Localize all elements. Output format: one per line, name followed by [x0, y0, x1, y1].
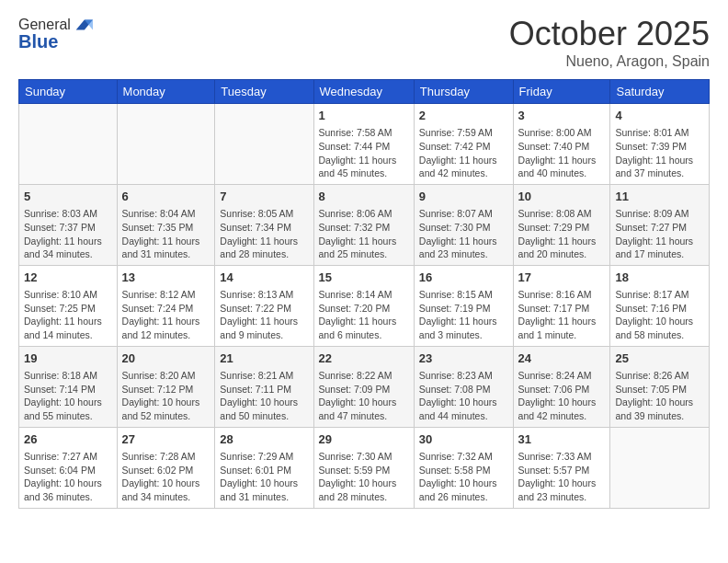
day-number: 9 [419, 189, 508, 205]
col-wednesday: Wednesday [313, 80, 414, 104]
day-info: Sunrise: 8:17 AMSunset: 7:16 PMDaylight:… [615, 288, 704, 342]
calendar-week-row: 1Sunrise: 7:58 AMSunset: 7:44 PMDaylight… [19, 104, 710, 185]
title-block: October 2025 Nueno, Aragon, Spain [509, 15, 710, 70]
day-number: 21 [220, 350, 308, 367]
col-tuesday: Tuesday [215, 80, 313, 104]
day-number: 5 [24, 189, 112, 205]
day-info: Sunrise: 8:15 AMSunset: 7:19 PMDaylight:… [419, 288, 508, 342]
day-info: Sunrise: 8:20 AMSunset: 7:12 PMDaylight:… [122, 369, 210, 423]
day-info: Sunrise: 8:22 AMSunset: 7:09 PMDaylight:… [319, 369, 409, 423]
calendar-cell: 28Sunrise: 7:29 AMSunset: 6:01 PMDayligh… [215, 427, 313, 508]
day-number: 1 [319, 108, 409, 124]
day-number: 22 [319, 350, 409, 367]
day-info: Sunrise: 8:10 AMSunset: 7:25 PMDaylight:… [24, 288, 112, 342]
day-number: 8 [319, 189, 409, 205]
day-info: Sunrise: 8:16 AMSunset: 7:17 PMDaylight:… [518, 288, 606, 342]
calendar-cell: 22Sunrise: 8:22 AMSunset: 7:09 PMDayligh… [313, 346, 414, 427]
calendar-cell: 29Sunrise: 7:30 AMSunset: 5:59 PMDayligh… [313, 427, 414, 508]
calendar-week-row: 12Sunrise: 8:10 AMSunset: 7:25 PMDayligh… [19, 265, 710, 346]
calendar-cell: 21Sunrise: 8:21 AMSunset: 7:11 PMDayligh… [215, 346, 313, 427]
calendar-cell: 6Sunrise: 8:04 AMSunset: 7:35 PMDaylight… [117, 184, 215, 265]
col-thursday: Thursday [414, 80, 513, 104]
location-title: Nueno, Aragon, Spain [509, 53, 710, 70]
calendar-cell [610, 427, 710, 508]
day-number: 17 [518, 270, 606, 286]
calendar-cell [117, 104, 215, 185]
calendar-cell: 16Sunrise: 8:15 AMSunset: 7:19 PMDayligh… [414, 265, 513, 346]
calendar-cell: 8Sunrise: 8:06 AMSunset: 7:32 PMDaylight… [313, 184, 414, 265]
calendar-cell: 9Sunrise: 8:07 AMSunset: 7:30 PMDaylight… [414, 184, 513, 265]
calendar-cell: 12Sunrise: 8:10 AMSunset: 7:25 PMDayligh… [19, 265, 118, 346]
day-number: 18 [615, 270, 704, 286]
day-number: 20 [122, 350, 210, 367]
calendar-cell: 15Sunrise: 8:14 AMSunset: 7:20 PMDayligh… [313, 265, 414, 346]
day-info: Sunrise: 8:23 AMSunset: 7:08 PMDaylight:… [419, 369, 508, 423]
calendar-cell: 17Sunrise: 8:16 AMSunset: 7:17 PMDayligh… [513, 265, 610, 346]
calendar-cell: 1Sunrise: 7:58 AMSunset: 7:44 PMDaylight… [313, 104, 414, 185]
day-info: Sunrise: 7:29 AMSunset: 6:01 PMDaylight:… [220, 450, 308, 504]
day-number: 14 [220, 270, 308, 286]
day-number: 26 [24, 431, 112, 448]
calendar-cell: 18Sunrise: 8:17 AMSunset: 7:16 PMDayligh… [610, 265, 710, 346]
day-info: Sunrise: 8:26 AMSunset: 7:05 PMDaylight:… [615, 369, 704, 423]
calendar-cell: 27Sunrise: 7:28 AMSunset: 6:02 PMDayligh… [117, 427, 215, 508]
calendar-cell: 10Sunrise: 8:08 AMSunset: 7:29 PMDayligh… [513, 184, 610, 265]
day-info: Sunrise: 8:09 AMSunset: 7:27 PMDaylight:… [615, 207, 704, 261]
day-number: 25 [615, 350, 704, 367]
day-info: Sunrise: 8:03 AMSunset: 7:37 PMDaylight:… [24, 207, 112, 261]
calendar-table: Sunday Monday Tuesday Wednesday Thursday… [18, 79, 710, 509]
calendar-week-row: 5Sunrise: 8:03 AMSunset: 7:37 PMDaylight… [19, 184, 710, 265]
day-number: 10 [518, 189, 606, 205]
page: General Blue October 2025 Nueno, Aragon,… [0, 0, 728, 563]
month-title: October 2025 [509, 15, 710, 53]
day-info: Sunrise: 8:07 AMSunset: 7:30 PMDaylight:… [419, 207, 508, 261]
day-number: 7 [220, 189, 308, 205]
day-info: Sunrise: 7:30 AMSunset: 5:59 PMDaylight:… [319, 450, 409, 504]
header: General Blue October 2025 Nueno, Aragon,… [18, 15, 710, 70]
day-info: Sunrise: 8:21 AMSunset: 7:11 PMDaylight:… [220, 369, 308, 423]
day-info: Sunrise: 8:14 AMSunset: 7:20 PMDaylight:… [319, 288, 409, 342]
day-number: 24 [518, 350, 606, 367]
day-number: 12 [24, 270, 112, 286]
calendar-cell: 25Sunrise: 8:26 AMSunset: 7:05 PMDayligh… [610, 346, 710, 427]
day-info: Sunrise: 7:27 AMSunset: 6:04 PMDaylight:… [24, 450, 112, 504]
col-sunday: Sunday [19, 80, 118, 104]
calendar-cell: 7Sunrise: 8:05 AMSunset: 7:34 PMDaylight… [215, 184, 313, 265]
logo-icon [73, 15, 93, 35]
calendar-cell: 24Sunrise: 8:24 AMSunset: 7:06 PMDayligh… [513, 346, 610, 427]
calendar-cell: 2Sunrise: 7:59 AMSunset: 7:42 PMDaylight… [414, 104, 513, 185]
day-number: 31 [518, 431, 606, 448]
day-info: Sunrise: 7:59 AMSunset: 7:42 PMDaylight:… [419, 126, 508, 180]
day-info: Sunrise: 8:00 AMSunset: 7:40 PMDaylight:… [518, 126, 606, 180]
calendar-cell: 19Sunrise: 8:18 AMSunset: 7:14 PMDayligh… [19, 346, 118, 427]
day-number: 16 [419, 270, 508, 286]
day-info: Sunrise: 7:58 AMSunset: 7:44 PMDaylight:… [319, 126, 409, 180]
calendar-cell: 23Sunrise: 8:23 AMSunset: 7:08 PMDayligh… [414, 346, 513, 427]
logo: General Blue [18, 15, 93, 52]
day-number: 27 [122, 431, 210, 448]
calendar-week-row: 19Sunrise: 8:18 AMSunset: 7:14 PMDayligh… [19, 346, 710, 427]
day-number: 19 [24, 350, 112, 367]
calendar-cell: 3Sunrise: 8:00 AMSunset: 7:40 PMDaylight… [513, 104, 610, 185]
day-number: 30 [419, 431, 508, 448]
day-info: Sunrise: 7:32 AMSunset: 5:58 PMDaylight:… [419, 450, 508, 504]
calendar-cell: 5Sunrise: 8:03 AMSunset: 7:37 PMDaylight… [19, 184, 118, 265]
day-info: Sunrise: 7:28 AMSunset: 6:02 PMDaylight:… [122, 450, 210, 504]
day-number: 6 [122, 189, 210, 205]
calendar-cell: 11Sunrise: 8:09 AMSunset: 7:27 PMDayligh… [610, 184, 710, 265]
day-number: 4 [615, 108, 704, 124]
calendar-cell: 31Sunrise: 7:33 AMSunset: 5:57 PMDayligh… [513, 427, 610, 508]
calendar-cell: 30Sunrise: 7:32 AMSunset: 5:58 PMDayligh… [414, 427, 513, 508]
day-info: Sunrise: 8:01 AMSunset: 7:39 PMDaylight:… [615, 126, 704, 180]
day-number: 2 [419, 108, 508, 124]
col-friday: Friday [513, 80, 610, 104]
calendar-cell [19, 104, 118, 185]
day-number: 11 [615, 189, 704, 205]
calendar-week-row: 26Sunrise: 7:27 AMSunset: 6:04 PMDayligh… [19, 427, 710, 508]
calendar-cell [215, 104, 313, 185]
calendar-header-row: Sunday Monday Tuesday Wednesday Thursday… [19, 80, 710, 104]
calendar-cell: 26Sunrise: 7:27 AMSunset: 6:04 PMDayligh… [19, 427, 118, 508]
day-info: Sunrise: 8:04 AMSunset: 7:35 PMDaylight:… [122, 207, 210, 261]
calendar-cell: 14Sunrise: 8:13 AMSunset: 7:22 PMDayligh… [215, 265, 313, 346]
day-info: Sunrise: 8:12 AMSunset: 7:24 PMDaylight:… [122, 288, 210, 342]
